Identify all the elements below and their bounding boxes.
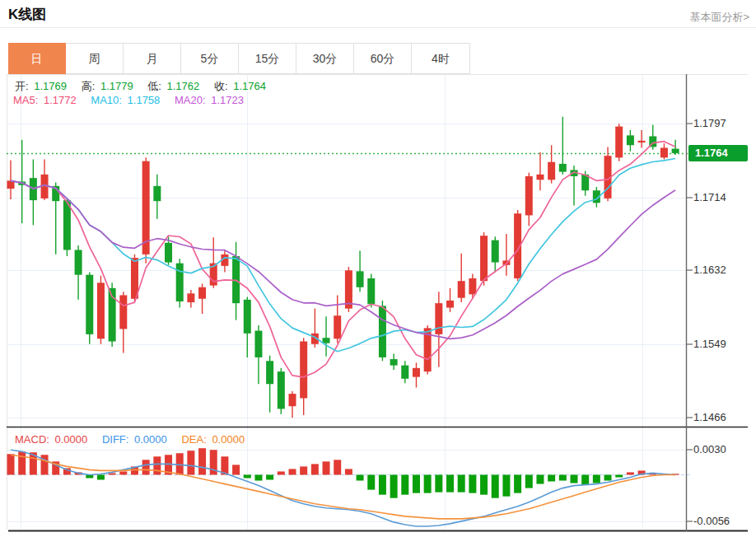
- macd-histogram-bar: [548, 474, 555, 481]
- high-value: 1.1779: [100, 80, 133, 92]
- diff-line: [11, 450, 675, 526]
- candle-body: [254, 331, 262, 357]
- candle-body: [480, 236, 488, 281]
- ma20-label: MA20:: [175, 94, 206, 106]
- macd-histogram-bar: [480, 474, 488, 494]
- macd-histogram-bar: [593, 474, 600, 483]
- macd-histogram-bar: [413, 474, 420, 493]
- ma20-value: 1.1723: [211, 94, 244, 106]
- macd-histogram-bar: [424, 474, 432, 493]
- candle-body: [536, 175, 544, 180]
- macd-histogram-bar: [323, 461, 330, 474]
- macd-histogram-bar: [367, 474, 375, 489]
- candle-body: [390, 359, 398, 366]
- macd-histogram-bar: [345, 469, 352, 474]
- last-price-tag: 1.1764: [688, 145, 748, 161]
- candle-body: [559, 164, 567, 172]
- candle-body: [187, 293, 194, 302]
- macd-histogram-bar: [379, 474, 386, 494]
- macd-histogram-bar: [536, 474, 544, 483]
- kline-widget: K线图 基本面分析> 日周月5分15分30分60分4时 开: 1.1769 高:…: [0, 0, 756, 537]
- candle-body: [469, 278, 476, 294]
- y-axis-label: 0.0030: [693, 442, 746, 457]
- candle-body: [289, 394, 296, 406]
- candle-body: [401, 366, 408, 379]
- macd-histogram-bar: [502, 474, 510, 496]
- ma5-line: [11, 142, 675, 377]
- macd-histogram-bar: [492, 474, 499, 497]
- macd-histogram-bar: [109, 473, 116, 474]
- ma-legend: MA5: 1.1772 MA10: 1.1758 MA20: 1.1723: [13, 94, 246, 106]
- open-label: 开:: [15, 80, 29, 92]
- macd-histogram-bar: [7, 454, 15, 474]
- macd-histogram-bar: [176, 453, 184, 474]
- macd-legend: MACD: 0.0000 DIFF: 0.0000 DEA: 0.0000: [15, 433, 247, 446]
- y-axis-label: 1.1549: [693, 337, 746, 352]
- candle-body: [413, 368, 420, 377]
- candle-body: [198, 287, 206, 299]
- dea-value: 0.0000: [212, 433, 245, 446]
- y-axis-label: 1.1632: [693, 263, 746, 278]
- macd-histogram-bar: [244, 474, 251, 478]
- candle-body: [266, 361, 273, 384]
- candle-body: [97, 283, 105, 339]
- macd-histogram-bar: [604, 474, 612, 480]
- candle-body: [446, 301, 454, 308]
- y-axis-label: 1.1466: [693, 410, 746, 425]
- candle-body: [334, 315, 341, 339]
- macd-histogram-bar: [266, 474, 273, 479]
- candle-body: [86, 275, 93, 334]
- macd-histogram-bar: [198, 448, 206, 474]
- close-value: 1.1764: [233, 80, 266, 92]
- ma10-label: MA10:: [91, 94, 122, 106]
- macd-histogram-bar: [615, 474, 623, 477]
- open-value: 1.1769: [34, 80, 67, 92]
- close-label: 收:: [214, 80, 228, 92]
- macd-histogram-bar: [571, 474, 578, 483]
- candle-body: [627, 135, 634, 145]
- macd-histogram-bar: [18, 451, 26, 474]
- ma10-value: 1.1758: [128, 94, 161, 106]
- candle-body: [300, 342, 307, 399]
- y-axis-label: 1.1797: [693, 116, 746, 131]
- candle-body: [176, 264, 184, 301]
- candle-body: [119, 295, 127, 329]
- candle-body: [153, 186, 161, 201]
- diff-label: DIFF:: [102, 433, 129, 446]
- macd-label: MACD:: [15, 433, 49, 446]
- macd-histogram-bar: [232, 465, 240, 474]
- candle-body: [379, 306, 386, 357]
- dea-label: DEA:: [181, 433, 206, 446]
- low-value: 1.1762: [167, 80, 200, 92]
- candle-body: [615, 127, 623, 158]
- candle-body: [660, 147, 668, 157]
- macd-histogram-bar: [119, 471, 127, 474]
- candle-body: [278, 371, 285, 409]
- macd-histogram-bar: [469, 474, 476, 493]
- candle-body: [357, 271, 364, 287]
- candle-body: [458, 281, 465, 297]
- macd-histogram-bar: [514, 474, 521, 493]
- macd-histogram-bar: [187, 451, 194, 474]
- macd-histogram-bar: [357, 474, 364, 480]
- candle-body: [75, 250, 82, 274]
- candle-body: [165, 243, 172, 263]
- macd-histogram-bar: [446, 474, 454, 492]
- low-label: 低:: [147, 80, 161, 92]
- macd-histogram-bar: [153, 456, 161, 474]
- candle-body: [323, 338, 330, 343]
- macd-histogram-bar: [559, 474, 567, 480]
- ma5-label: MA5:: [13, 94, 38, 106]
- ma5-value: 1.1772: [44, 94, 77, 106]
- candle-body: [492, 240, 499, 263]
- macd-histogram-bar: [97, 474, 105, 479]
- macd-histogram-bar: [401, 474, 408, 494]
- candle-body: [435, 303, 442, 334]
- macd-histogram-bar: [435, 474, 442, 492]
- diff-value: 0.0000: [134, 433, 167, 446]
- macd-histogram-bar: [581, 474, 589, 484]
- macd-histogram-bar: [300, 466, 307, 474]
- y-axis-label: -0.0056: [693, 514, 746, 529]
- macd-histogram-bar: [311, 464, 319, 474]
- macd-histogram-bar: [254, 474, 262, 480]
